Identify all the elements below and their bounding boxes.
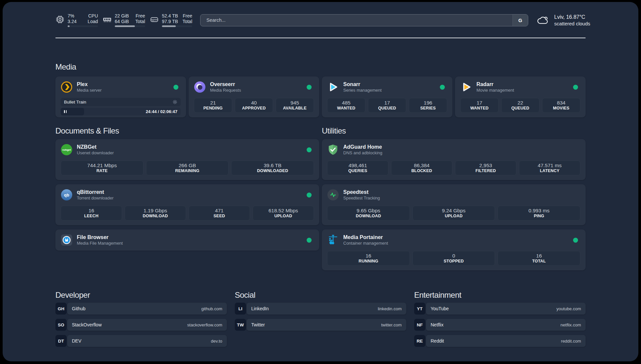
github-name: Github <box>72 306 85 311</box>
link-dev[interactable]: DTDEVdev.to <box>55 335 227 347</box>
section-title-developer: Developer <box>55 290 227 300</box>
github-pill[interactable]: Githubgithub.com <box>67 303 227 315</box>
speedtest-stat-download: 9.65 GbpsDOWNLOAD <box>327 206 410 221</box>
link-youtube[interactable]: YTYouTubeyoutube.com <box>414 303 586 315</box>
linkedin-abbr: LI <box>235 303 246 315</box>
overseerr-card[interactable]: OverseerrMedia Requests21PENDING40APPROV… <box>189 76 319 117</box>
youtube-pill[interactable]: YouTubeyoutube.com <box>426 303 586 315</box>
disk-stat: 52.4 TB97.9 TB FreeTotal <box>150 13 192 27</box>
radarr-card[interactable]: RadarrMovie management17WANTED22QUEUED83… <box>455 76 586 117</box>
portainer-stat-total: 16TOTAL <box>498 251 580 266</box>
portainer-stat-value-2: 16 <box>499 253 579 259</box>
cpu-label-1: CPU <box>88 13 98 18</box>
link-linkedin[interactable]: LILinkedInlinkedin.com <box>235 303 406 315</box>
radarr-stat-label-0: WANTED <box>461 106 498 111</box>
reddit-url: reddit.com <box>561 339 581 344</box>
youtube-name: YouTube <box>431 306 449 311</box>
adguard-description: DNS and adblocking <box>343 150 382 156</box>
link-netflix[interactable]: NFNetflixnetflix.com <box>414 319 586 331</box>
media-grid: PlexMedia serverBullet Train24:44 / 02:0… <box>55 76 586 117</box>
developer-column: DeveloperGHGithubgithub.comSOStackOverfl… <box>55 290 227 347</box>
cloud-icon <box>536 14 550 26</box>
github-abbr: GH <box>55 303 67 315</box>
nzbget-stat-remaining: 266 GBREMAINING <box>146 161 229 175</box>
radarr-description: Movie management <box>476 88 514 93</box>
speedtest-titles: SpeedtestSpeedtest Tracking <box>343 189 380 201</box>
adguard-stat-label-2: FILTERED <box>456 168 515 173</box>
dev-name: DEV <box>72 338 81 344</box>
sonarr-stat-value-1: 17 <box>369 100 405 106</box>
now-playing-progress-bar[interactable]: 24:44 / 02:06:47 <box>61 108 181 115</box>
qbittorrent-stat-value-0: 16 <box>62 207 121 214</box>
dev-pill[interactable]: DEVdev.to <box>67 335 227 347</box>
reddit-pill[interactable]: Redditreddit.com <box>426 335 586 347</box>
radarr-stat-value-1: 22 <box>502 100 538 106</box>
weather-widget[interactable]: Lviv, 16.87°C scattered clouds <box>536 14 590 27</box>
filebrowser-card[interactable]: File BrowserMedia File Management <box>55 229 319 251</box>
social-column: SocialLILinkedInlinkedin.comTWTwittertwi… <box>235 290 406 331</box>
twitter-pill[interactable]: Twittertwitter.com <box>247 319 406 331</box>
search-engine-button[interactable]: G <box>512 15 528 26</box>
weather-condition: scattered clouds <box>554 20 590 27</box>
speedtest-stat-upload: 9.24 GbpsUPLOAD <box>412 206 495 221</box>
radarr-stat-value-2: 834 <box>543 100 579 106</box>
sonarr-stat-label-1: QUEUED <box>369 106 405 111</box>
adguard-stat-blocked: 86,384BLOCKED <box>391 161 452 175</box>
netflix-pill[interactable]: Netflixnetflix.com <box>426 319 586 331</box>
plex-card[interactable]: PlexMedia serverBullet Train24:44 / 02:0… <box>55 76 186 117</box>
qbittorrent-titles: qBittorrentTorrent downloader <box>77 189 113 201</box>
portainer-stat-stopped: 0STOPPED <box>412 251 495 266</box>
qbittorrent-status-online-dot <box>307 193 312 197</box>
plex-header: PlexMedia server <box>61 81 181 93</box>
now-playing-title-bar[interactable]: Bullet Train <box>61 98 181 106</box>
radarr-header: RadarrMovie management <box>460 81 580 93</box>
youtube-abbr: YT <box>414 303 425 315</box>
sonarr-stat-value-2: 196 <box>410 100 446 106</box>
sonarr-card[interactable]: SonarrSeries management485WANTED17QUEUED… <box>322 76 452 117</box>
portainer-card[interactable]: Media PortainerContainer management16RUN… <box>322 229 586 270</box>
plex-icon <box>61 81 73 93</box>
portainer-stat-label-0: RUNNING <box>328 259 409 264</box>
link-twitter[interactable]: TWTwittertwitter.com <box>235 319 406 331</box>
link-stackoverflow[interactable]: SOStackOverflowstackoverflow.com <box>55 319 227 331</box>
nzbget-description: Usenet downloader <box>77 150 114 156</box>
plex-description: Media server <box>77 88 102 93</box>
qbittorrent-card[interactable]: qbqBittorrentTorrent downloader16LEECH1.… <box>55 184 319 225</box>
section-title-media: Media <box>55 62 586 72</box>
settings-gear-icon[interactable] <box>172 100 177 105</box>
sonarr-stat-wanted: 485WANTED <box>327 98 365 113</box>
link-reddit[interactable]: RERedditreddit.com <box>414 335 586 347</box>
speedtest-description: Speedtest Tracking <box>343 196 380 201</box>
qbittorrent-stat-label-2: SEED <box>190 214 249 219</box>
nzbget-card[interactable]: nzbgetNZBGetUsenet downloader744.21 Mbps… <box>55 139 319 180</box>
hdd-icon <box>150 15 159 24</box>
radarr-stat-queued: 22QUEUED <box>501 98 539 113</box>
speedtest-card[interactable]: SpeedtestSpeedtest Tracking9.65 GbpsDOWN… <box>322 184 586 225</box>
pause-icon[interactable] <box>64 110 67 113</box>
linkedin-pill[interactable]: LinkedInlinkedin.com <box>247 303 406 315</box>
nzbget-stat-rate: 744.21 MbpsRATE <box>61 161 143 175</box>
search-input[interactable] <box>200 15 512 26</box>
adguard-stat-value-1: 86,384 <box>392 162 451 168</box>
cpu-progress-bar <box>68 25 98 27</box>
qbittorrent-header: qbqBittorrentTorrent downloader <box>61 189 314 201</box>
dashboard-page: 7%3.24 CPULoad 22 GiB64 GiB <box>3 2 638 361</box>
nzbget-status-online-dot <box>307 147 312 152</box>
memory-free-value: 22 GiB <box>115 13 129 18</box>
disk-label-1: Free <box>183 13 192 18</box>
filebrowser-icon <box>61 234 73 246</box>
link-github[interactable]: GHGithubgithub.com <box>55 303 227 315</box>
portainer-titles: Media PortainerContainer management <box>343 234 388 246</box>
adguard-card[interactable]: AdGuard HomeDNS and adblocking498,461QUE… <box>322 139 586 180</box>
speedtest-stat-label-2: PING <box>499 214 579 219</box>
stackoverflow-pill[interactable]: StackOverflowstackoverflow.com <box>67 319 227 331</box>
nzbget-icon: nzbget <box>61 144 73 156</box>
disk-total-value: 97.9 TB <box>162 19 178 24</box>
portainer-description: Container management <box>343 241 388 246</box>
portainer-stat-value-1: 0 <box>413 253 494 259</box>
memory-total-value: 64 GiB <box>115 19 129 24</box>
utilities-stack: AdGuard HomeDNS and adblocking498,461QUE… <box>322 139 586 270</box>
svg-text:nzbget: nzbget <box>62 148 71 151</box>
filebrowser-status-online-dot <box>307 238 312 243</box>
cpu-label-2: Load <box>88 19 98 24</box>
